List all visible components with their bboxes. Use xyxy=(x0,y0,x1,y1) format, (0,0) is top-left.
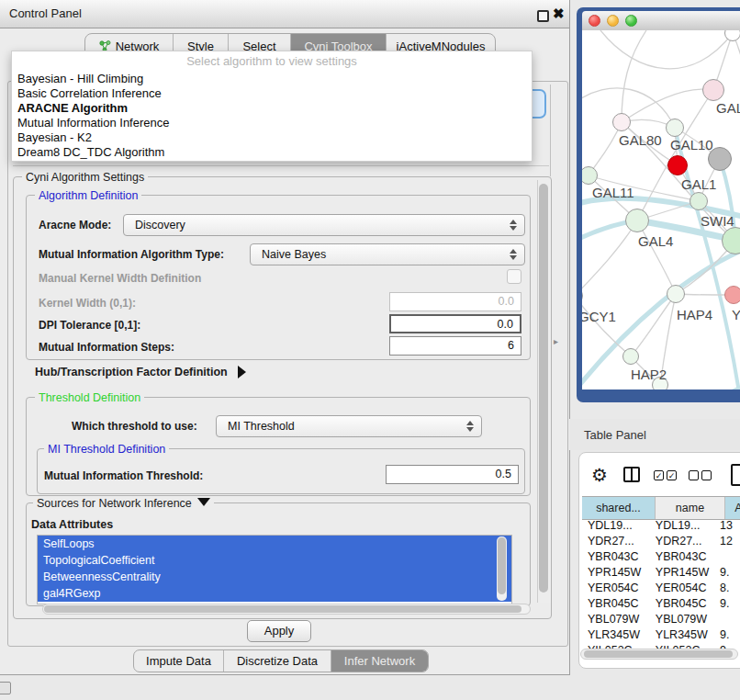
hub-definition-label: Hub/Transcription Factor Definition xyxy=(35,366,228,378)
table-panel-header: Table Panel xyxy=(569,419,740,450)
node-label: GAL11 xyxy=(592,185,634,200)
data-attributes-label: Data Attributes xyxy=(31,518,113,531)
node-hap2[interactable] xyxy=(622,348,639,365)
groupbox-border-fragment xyxy=(550,85,551,176)
node-gal80[interactable] xyxy=(612,113,631,131)
table-rows[interactable]: YDL19...YDL19...13 YDR27...YDR27...12 YB… xyxy=(582,518,740,649)
collapsed-arrow-icon[interactable] xyxy=(238,366,246,378)
node-label: GAL10 xyxy=(670,137,713,152)
kernel-width-field[interactable]: 0.0 xyxy=(389,292,521,311)
control-panel-window: Control Panel ✖ Network Style xyxy=(0,0,570,675)
table-row[interactable]: YBR043CYBR043C xyxy=(582,549,740,565)
dropdown-prompt: Select algorithm to view settings xyxy=(12,51,532,72)
table-header-row: shared... name A xyxy=(582,496,740,520)
apply-button[interactable]: Apply xyxy=(247,620,311,642)
node-gal1[interactable] xyxy=(690,192,708,210)
list-item[interactable]: BetweennessCentrality xyxy=(38,569,511,585)
node-label: HAP2 xyxy=(631,367,667,382)
network-canvas[interactable]: GAL GAL80 GAL10 GAL1 GAL11 SWI4 GAL4 HAP… xyxy=(582,30,740,390)
which-threshold-select[interactable]: MI Threshold xyxy=(216,415,482,437)
zoom-traffic-light[interactable] xyxy=(625,15,637,27)
node-hap4[interactable] xyxy=(667,285,685,303)
table-row[interactable]: YBR045CYBR045C9. xyxy=(582,596,740,612)
deselect-all-icon[interactable] xyxy=(689,470,712,480)
sources-title-label: Sources for Network Inference xyxy=(37,497,192,510)
node-label: GAL1 xyxy=(681,176,716,192)
node-gal10[interactable] xyxy=(666,119,684,137)
dropdown-item[interactable]: Mutual Information Inference xyxy=(12,116,532,130)
close-icon[interactable]: ✖ xyxy=(553,4,565,24)
combo-stepper-icon xyxy=(463,421,477,432)
hub-definition-toggle[interactable]: Hub/Transcription Factor Definition xyxy=(35,366,246,378)
manual-kernel-checkbox[interactable] xyxy=(507,269,521,284)
combo-stepper-icon xyxy=(506,249,521,260)
dropdown-item[interactable]: Dream8 DC_TDC Algorithm xyxy=(12,145,532,160)
node-red[interactable] xyxy=(667,155,688,175)
tab-infer-network[interactable]: Infer Network xyxy=(331,650,428,672)
threshold-definition-title: Threshold Definition xyxy=(35,391,144,404)
dropdown-item[interactable]: Bayesian - Hill Climbing xyxy=(12,72,532,86)
node-label: Y xyxy=(732,307,740,322)
dpi-tolerance-label: DPI Tolerance [0,1]: xyxy=(39,319,140,332)
list-item[interactable]: gal4RGexp xyxy=(38,585,511,602)
column-header-name[interactable]: name xyxy=(656,497,725,519)
column-header-partial[interactable]: A xyxy=(725,497,740,519)
control-panel-titlebar[interactable]: Control Panel ✖ xyxy=(0,0,569,28)
node-label: GCY1 xyxy=(582,309,616,324)
tab-impute-data[interactable]: Impute Data xyxy=(134,650,224,672)
which-threshold-value: MI Threshold xyxy=(217,420,463,433)
table-horizontal-scrollbar-thumb[interactable] xyxy=(584,650,733,658)
table-row[interactable]: YBL079WYBL079W xyxy=(582,612,740,627)
node-label: SWI4 xyxy=(701,213,734,229)
list-item[interactable]: SelfLoops xyxy=(38,536,511,552)
settings-group-title: Cyni Algorithm Settings xyxy=(22,171,148,184)
table-row[interactable]: YDL19...YDL19...13 xyxy=(582,518,740,534)
which-threshold-label: Which threshold to use: xyxy=(72,420,197,433)
network-window-titlebar[interactable] xyxy=(582,11,740,31)
kernel-width-label: Kernel Width (0,1): xyxy=(39,297,136,310)
aracne-mode-select[interactable]: Discovery xyxy=(123,214,525,236)
combo-stepper-icon xyxy=(506,220,521,231)
mi-threshold-field[interactable]: 0.5 xyxy=(386,465,519,484)
split-panel-icon[interactable] xyxy=(623,467,640,482)
select-all-icon[interactable]: ✓✓ xyxy=(654,470,677,480)
dpi-tolerance-field[interactable]: 0.0 xyxy=(389,314,521,333)
minimized-panel-icon[interactable] xyxy=(0,682,11,694)
table-row[interactable]: YDR27...YDR27...12 xyxy=(582,534,740,549)
tab-impute-data-label: Impute Data xyxy=(146,654,211,668)
mi-threshold-group-title: MI Threshold Definition xyxy=(44,443,169,456)
list-scrollbar-thumb[interactable] xyxy=(498,537,506,594)
data-attributes-list[interactable]: SelfLoops TopologicalCoefficient Between… xyxy=(37,535,512,604)
manual-kernel-label: Manual Kernel Width Definition xyxy=(39,272,201,285)
tab-discretize-data[interactable]: Discretize Data xyxy=(224,650,331,672)
tab-infer-network-label: Infer Network xyxy=(344,654,415,668)
mi-type-value: Naive Bayes xyxy=(251,248,506,261)
function-builder-icon[interactable] xyxy=(731,464,740,486)
minimize-traffic-light[interactable] xyxy=(607,15,619,27)
table-row[interactable]: YPR145WYPR145W9. xyxy=(582,565,740,581)
mi-steps-label: Mutual Information Steps: xyxy=(39,341,174,354)
close-traffic-light[interactable] xyxy=(589,15,600,27)
dropdown-item[interactable]: Basic Correlation Inference xyxy=(12,86,532,101)
mi-type-select[interactable]: Naive Bayes xyxy=(250,243,525,265)
list-item[interactable]: TopologicalCoefficient xyxy=(38,552,511,569)
settings-vertical-scrollbar-thumb[interactable] xyxy=(539,184,548,593)
column-header-shared-name[interactable]: shared... xyxy=(582,497,656,519)
dropdown-item[interactable]: Bayesian - K2 xyxy=(12,130,532,145)
panel-divider-handle[interactable]: ▸ xyxy=(554,336,558,346)
table-row[interactable]: YLR345WYLR345W9. xyxy=(582,627,740,643)
bottom-tab-bar: Impute Data Discretize Data Infer Networ… xyxy=(133,649,429,672)
mi-steps-field[interactable]: 6 xyxy=(389,336,521,356)
node-label: HAP4 xyxy=(677,307,712,322)
dropdown-item-selected[interactable]: ARACNE Algorithm xyxy=(12,101,532,116)
expanded-arrow-icon[interactable] xyxy=(197,498,210,506)
table-row[interactable]: YER054CYER054C8. xyxy=(582,581,740,596)
settings-horizontal-scrollbar-thumb[interactable] xyxy=(44,605,521,613)
float-window-icon[interactable] xyxy=(537,10,549,22)
node-label: GAL xyxy=(716,100,740,116)
sources-group-title[interactable]: Sources for Network Inference xyxy=(33,497,214,510)
node-gal4[interactable] xyxy=(625,209,649,232)
gear-icon[interactable]: ⚙ xyxy=(591,464,608,486)
node-gal-partial[interactable] xyxy=(702,79,724,101)
node-salmon[interactable] xyxy=(724,286,740,304)
